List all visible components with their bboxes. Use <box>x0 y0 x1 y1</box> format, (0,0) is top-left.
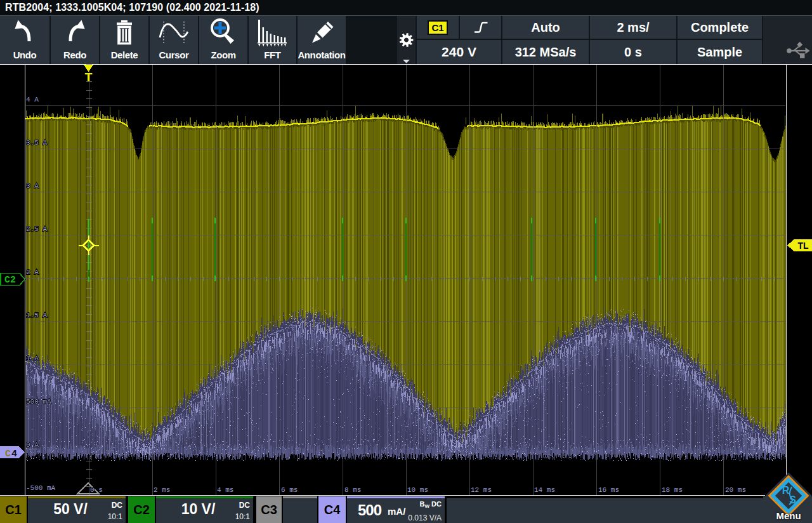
svg-text:3.5 A: 3.5 A <box>26 139 47 147</box>
svg-text:16 ms: 16 ms <box>598 486 619 494</box>
svg-text:C: C <box>5 449 11 460</box>
svg-text:12 ms: 12 ms <box>471 486 492 494</box>
svg-text:2.5 A: 2.5 A <box>26 225 47 233</box>
svg-text:R: R <box>782 485 790 496</box>
svg-text:10 ms: 10 ms <box>407 486 428 494</box>
svg-text:2 ms: 2 ms <box>154 486 170 494</box>
svg-text:8 ms: 8 ms <box>344 486 361 494</box>
svg-text:4 ms: 4 ms <box>217 486 233 494</box>
svg-text:4 A: 4 A <box>26 96 39 103</box>
svg-text:0 s: 0 s <box>90 486 103 494</box>
svg-text:2 A: 2 A <box>26 268 39 276</box>
svg-text:TL: TL <box>797 241 809 251</box>
svg-text:18 ms: 18 ms <box>662 486 683 494</box>
svg-text:-500 mA: -500 mA <box>26 484 56 492</box>
svg-text:20 ms: 20 ms <box>725 486 746 494</box>
svg-text:T: T <box>84 70 93 85</box>
svg-text:6 ms: 6 ms <box>281 486 298 494</box>
svg-text:1.5 A: 1.5 A <box>26 312 47 319</box>
svg-text:500 mA: 500 mA <box>26 398 51 406</box>
svg-text:1 A: 1 A <box>26 355 39 362</box>
svg-text:0 A: 0 A <box>26 441 39 449</box>
svg-text:14 ms: 14 ms <box>534 486 555 494</box>
svg-text:4: 4 <box>11 449 17 460</box>
svg-text:3 A: 3 A <box>26 182 39 190</box>
svg-text:C2: C2 <box>4 275 16 286</box>
